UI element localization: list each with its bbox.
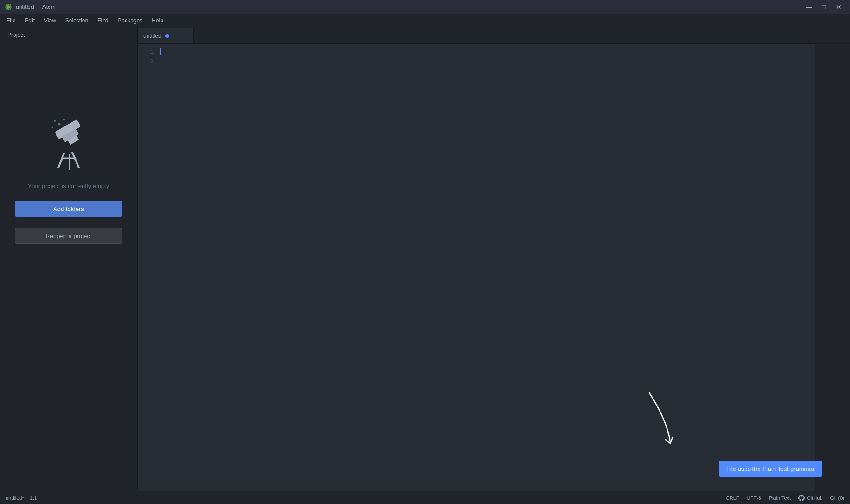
title-bar: untitled — Atom — □ ✕ bbox=[0, 0, 850, 14]
file-tab[interactable]: untitled bbox=[138, 28, 194, 43]
tab-filename: untitled bbox=[143, 33, 162, 39]
grammar-tooltip[interactable]: File uses the Plain Text grammar bbox=[719, 461, 822, 477]
line-ending-selector[interactable]: CRLF bbox=[726, 495, 739, 501]
svg-line-11 bbox=[58, 154, 64, 168]
menu-packages[interactable]: Packages bbox=[113, 15, 148, 26]
telescope-container: Your project is currently empty Add fold… bbox=[15, 117, 122, 244]
status-right: CRLF UTF-8 Plain Text GitHub Git (0) bbox=[726, 495, 844, 501]
encoding-selector[interactable]: UTF-8 bbox=[747, 495, 761, 501]
menu-view[interactable]: View bbox=[39, 15, 61, 26]
line-number-1: 1 bbox=[140, 48, 154, 57]
reopen-project-button[interactable]: Reopen a project bbox=[15, 228, 122, 244]
grammar-tooltip-text: File uses the Plain Text grammar bbox=[726, 465, 815, 472]
svg-point-4 bbox=[58, 123, 61, 126]
menu-selection[interactable]: Selection bbox=[61, 15, 93, 26]
current-file-status[interactable]: untitled* bbox=[6, 495, 24, 501]
git-status[interactable]: Git (0) bbox=[830, 495, 844, 501]
code-area: 1 2 File uses the Plain Text grammar bbox=[138, 44, 850, 491]
code-editor[interactable] bbox=[156, 44, 815, 491]
maximize-button[interactable]: □ bbox=[817, 2, 830, 12]
project-label: Project bbox=[0, 32, 25, 38]
minimize-button[interactable]: — bbox=[802, 2, 815, 12]
minimap-panel bbox=[815, 44, 850, 491]
sidebar: Project Your project is cu bbox=[0, 27, 138, 491]
window-controls: — □ ✕ bbox=[802, 2, 845, 12]
status-bar: untitled* 1:1 CRLF UTF-8 Plain Text GitH… bbox=[0, 491, 850, 504]
main-layout: Project Your project is cu bbox=[0, 27, 850, 491]
grammar-selector[interactable]: Plain Text bbox=[769, 495, 791, 501]
github-icon bbox=[798, 495, 805, 501]
tab-bar: untitled bbox=[138, 27, 850, 44]
menu-edit[interactable]: Edit bbox=[20, 15, 39, 26]
svg-point-7 bbox=[52, 127, 53, 128]
cursor-position[interactable]: 1:1 bbox=[30, 495, 37, 501]
close-button[interactable]: ✕ bbox=[832, 2, 845, 12]
line-number-2: 2 bbox=[140, 57, 154, 67]
status-left: untitled* 1:1 bbox=[6, 495, 37, 501]
svg-point-6 bbox=[63, 119, 65, 120]
menu-file[interactable]: File bbox=[2, 15, 20, 26]
sidebar-divider bbox=[0, 42, 137, 42]
telescope-icon bbox=[45, 117, 92, 173]
menu-bar: File Edit View Selection Find Packages H… bbox=[0, 14, 850, 27]
add-folders-button[interactable]: Add folders bbox=[15, 201, 122, 217]
editor-area: untitled 1 2 File uses the Plain Te bbox=[138, 27, 850, 491]
menu-find[interactable]: Find bbox=[93, 15, 113, 26]
menu-help[interactable]: Help bbox=[147, 15, 168, 26]
github-label: GitHub bbox=[807, 495, 822, 501]
arrow-drawing bbox=[635, 388, 682, 449]
empty-project-text: Your project is currently empty bbox=[28, 182, 109, 189]
title-bar-left: untitled — Atom bbox=[5, 3, 56, 11]
line-numbers: 1 2 bbox=[138, 44, 156, 491]
svg-point-5 bbox=[54, 120, 56, 122]
svg-line-13 bbox=[72, 153, 79, 168]
text-cursor bbox=[160, 48, 161, 55]
github-button[interactable]: GitHub bbox=[798, 495, 822, 501]
atom-logo-icon bbox=[5, 3, 12, 11]
tab-modified-indicator bbox=[165, 34, 169, 38]
title-text: untitled — Atom bbox=[16, 4, 56, 10]
